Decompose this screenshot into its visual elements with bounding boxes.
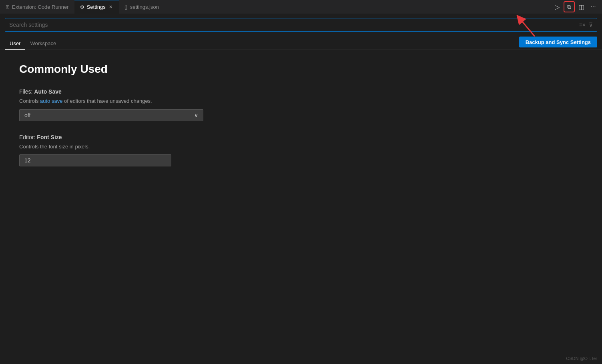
filter-icon[interactable]: ⊽ bbox=[589, 22, 593, 28]
settings-tabs: User Workspace Backup and Sync Settings bbox=[0, 34, 602, 50]
auto-save-select[interactable]: off ∨ bbox=[19, 109, 203, 121]
search-bar: ≡× ⊽ bbox=[5, 18, 597, 32]
auto-save-value: off bbox=[24, 112, 30, 118]
more-actions-icon: ··· bbox=[590, 3, 596, 10]
tab-extension-code-runner[interactable]: ⊞ Extension: Code Runner bbox=[0, 0, 74, 14]
tab-label: settings.json bbox=[130, 4, 159, 10]
split-editor-icon: ◫ bbox=[578, 3, 584, 11]
tab-workspace[interactable]: Workspace bbox=[25, 38, 61, 50]
split-editor-button[interactable]: ◫ bbox=[576, 1, 587, 12]
search-bar-wrapper: ≡× ⊽ bbox=[0, 14, 602, 34]
clear-search-icon[interactable]: ≡× bbox=[579, 22, 586, 28]
auto-save-link[interactable]: auto save bbox=[40, 98, 62, 104]
section-title: Commonly Used bbox=[19, 63, 583, 76]
tab-bar: ⊞ Extension: Code Runner ⚙ Settings ✕ {}… bbox=[0, 0, 602, 14]
setting-label-auto-save: Files: Auto Save bbox=[19, 88, 583, 95]
chevron-down-icon: ∨ bbox=[194, 112, 198, 118]
tab-label: Extension: Code Runner bbox=[12, 4, 69, 10]
open-settings-icon: ⧉ bbox=[567, 4, 571, 10]
main-content: Commonly Used Files: Auto Save Controls … bbox=[0, 50, 602, 362]
tab-bar-actions: ▷ ⧉ ◫ ··· bbox=[548, 1, 602, 12]
tab-user[interactable]: User bbox=[5, 38, 25, 50]
backup-sync-button[interactable]: Backup and Sync Settings bbox=[519, 36, 597, 47]
tab-close-button[interactable]: ✕ bbox=[108, 4, 113, 10]
more-actions-button[interactable]: ··· bbox=[588, 1, 599, 12]
setting-files-auto-save: Files: Auto Save Controls auto save of e… bbox=[19, 88, 583, 121]
setting-description-auto-save: Controls auto save of editors that have … bbox=[19, 97, 583, 105]
setting-label-font-size: Editor: Font Size bbox=[19, 134, 583, 140]
tab-label: Settings bbox=[87, 4, 106, 10]
settings-icon: ⚙ bbox=[80, 4, 84, 10]
setting-editor-font-size: Editor: Font Size Controls the font size… bbox=[19, 134, 583, 167]
tab-settings[interactable]: ⚙ Settings ✕ bbox=[74, 0, 119, 14]
search-actions: ≡× ⊽ bbox=[579, 22, 593, 28]
watermark: CSDN @OT.Ter bbox=[566, 356, 597, 361]
open-settings-json-button[interactable]: ⧉ bbox=[564, 1, 575, 12]
tab-settings-json[interactable]: {} settings.json bbox=[119, 0, 165, 14]
search-input[interactable] bbox=[9, 22, 579, 28]
extension-icon: ⊞ bbox=[6, 4, 10, 10]
run-button[interactable]: ▷ bbox=[552, 1, 563, 12]
json-icon: {} bbox=[124, 4, 128, 10]
font-size-input[interactable] bbox=[19, 154, 171, 166]
setting-description-font-size: Controls the font size in pixels. bbox=[19, 143, 583, 151]
run-icon: ▷ bbox=[555, 3, 560, 11]
